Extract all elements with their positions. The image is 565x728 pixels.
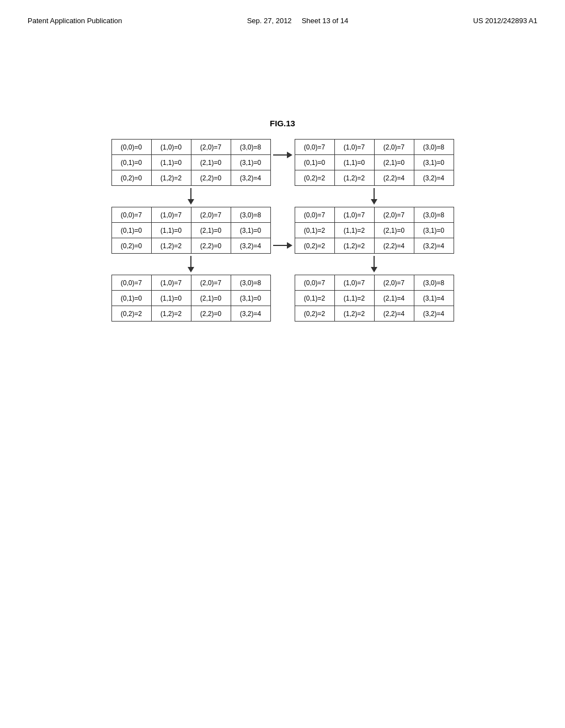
table-cell: (0,1)=0 bbox=[111, 223, 151, 238]
header-center-info: Sep. 27, 2012 Sheet 13 of 14 bbox=[247, 17, 349, 25]
v-arrow-head-1 bbox=[188, 199, 194, 205]
arrow-line bbox=[273, 154, 287, 156]
table-cell: (2,0)=7 bbox=[374, 207, 414, 223]
table-cell: (3,1)=4 bbox=[414, 291, 454, 306]
table-cell: (1,0)=7 bbox=[334, 275, 374, 291]
table-cell: (1,1)=0 bbox=[334, 155, 374, 170]
table-cell: (3,0)=8 bbox=[231, 207, 270, 223]
table-cell: (0,0)=7 bbox=[295, 140, 334, 155]
table-cell: (3,0)=8 bbox=[414, 207, 454, 223]
v-arrow-head-4 bbox=[371, 267, 377, 272]
table-cell: (2,2)=4 bbox=[374, 306, 414, 322]
table-cell: (0,1)=2 bbox=[295, 223, 334, 238]
v-arrow-3 bbox=[371, 186, 377, 207]
arrow-head bbox=[287, 152, 292, 158]
v-arrow-4 bbox=[371, 254, 377, 275]
table-cell: (3,2)=4 bbox=[231, 306, 270, 322]
table-cell: (0,2)=0 bbox=[111, 170, 151, 186]
grid-bot-left: (0,0)=7(1,0)=7(2,0)=7(3,0)=8(0,1)=0(1,1)… bbox=[111, 275, 271, 322]
table-cell: (1,0)=7 bbox=[334, 140, 374, 155]
table-cell: (1,2)=2 bbox=[334, 306, 374, 322]
figure-label: FIG.13 bbox=[28, 119, 537, 128]
h-arrow bbox=[273, 147, 292, 163]
table-cell: (1,0)=7 bbox=[151, 275, 191, 291]
table-cell: (3,0)=8 bbox=[231, 275, 270, 291]
left-column: (0,0)=0(1,0)=0(2,0)=7(3,0)=8(0,1)=0(1,1)… bbox=[111, 139, 271, 322]
table-cell: (2,0)=7 bbox=[374, 140, 414, 155]
table-cell: (3,0)=8 bbox=[231, 140, 270, 155]
table-cell: (3,0)=8 bbox=[414, 140, 454, 155]
table-cell: (1,2)=2 bbox=[151, 170, 191, 186]
header-date: Sep. 27, 2012 bbox=[247, 17, 292, 25]
table-cell: (0,0)=7 bbox=[295, 275, 334, 291]
grid-bot-right: (0,0)=7(1,0)=7(2,0)=7(3,0)=8(0,1)=2(1,1)… bbox=[295, 275, 454, 322]
page: Patent Application Publication Sep. 27, … bbox=[0, 0, 565, 728]
table-cell: (3,2)=4 bbox=[231, 238, 270, 254]
table-cell: (1,0)=7 bbox=[334, 207, 374, 223]
table-cell: (1,2)=2 bbox=[151, 306, 191, 322]
table-cell: (1,0)=0 bbox=[151, 140, 191, 155]
v-arrow-head-2 bbox=[188, 267, 194, 272]
table-cell: (2,1)=0 bbox=[374, 223, 414, 238]
right-column: (0,0)=7(1,0)=7(2,0)=7(3,0)=8(0,1)=0(1,1)… bbox=[295, 139, 454, 322]
table-cell: (3,2)=4 bbox=[231, 170, 270, 186]
table-cell: (3,1)=0 bbox=[414, 155, 454, 170]
table-cell: (3,1)=0 bbox=[231, 291, 270, 306]
table-cell: (3,2)=4 bbox=[414, 238, 454, 254]
table-cell: (0,2)=2 bbox=[295, 306, 334, 322]
main-layout: (0,0)=0(1,0)=0(2,0)=7(3,0)=8(0,1)=0(1,1)… bbox=[111, 139, 454, 322]
grid-top-right: (0,0)=7(1,0)=7(2,0)=7(3,0)=8(0,1)=0(1,1)… bbox=[295, 139, 454, 186]
v-arrow-2 bbox=[188, 254, 194, 275]
v-arrow-head-3 bbox=[371, 199, 377, 205]
table-cell: (3,1)=0 bbox=[231, 223, 270, 238]
table-cell: (0,0)=7 bbox=[295, 207, 334, 223]
table-cell: (2,2)=0 bbox=[191, 306, 231, 322]
table-cell: (1,1)=0 bbox=[151, 223, 191, 238]
v-arrow-line-1 bbox=[190, 188, 191, 199]
table-cell: (2,2)=4 bbox=[374, 238, 414, 254]
table-cell: (0,2)=0 bbox=[111, 238, 151, 254]
table-cell: (1,2)=2 bbox=[334, 170, 374, 186]
table-cell: (0,1)=0 bbox=[111, 291, 151, 306]
table-cell: (0,0)=7 bbox=[111, 207, 151, 223]
table-cell: (0,2)=2 bbox=[295, 238, 334, 254]
table-cell: (2,1)=0 bbox=[191, 291, 231, 306]
diagram-area: (0,0)=0(1,0)=0(2,0)=7(3,0)=8(0,1)=0(1,1)… bbox=[28, 139, 537, 322]
v-arrow-line-2 bbox=[190, 256, 191, 267]
table-cell: (2,1)=0 bbox=[374, 155, 414, 170]
table-cell: (1,1)=0 bbox=[151, 291, 191, 306]
table-cell: (2,2)=0 bbox=[191, 170, 231, 186]
table-cell: (1,1)=2 bbox=[334, 291, 374, 306]
grid-top-left: (0,0)=0(1,0)=0(2,0)=7(3,0)=8(0,1)=0(1,1)… bbox=[111, 139, 271, 186]
header-sheet: Sheet 13 of 14 bbox=[302, 17, 349, 25]
table-cell: (1,2)=2 bbox=[334, 238, 374, 254]
table-cell: (2,0)=7 bbox=[191, 275, 231, 291]
table-cell: (0,1)=2 bbox=[295, 291, 334, 306]
page-header: Patent Application Publication Sep. 27, … bbox=[28, 17, 537, 25]
table-cell: (0,1)=0 bbox=[111, 155, 151, 170]
arrow-line-2 bbox=[273, 245, 287, 246]
table-cell: (0,0)=0 bbox=[111, 140, 151, 155]
header-patent-number: US 2012/242893 A1 bbox=[473, 17, 537, 25]
v-arrow-line-3 bbox=[374, 188, 375, 199]
table-cell: (2,0)=7 bbox=[191, 207, 231, 223]
v-arrow-line-4 bbox=[374, 256, 375, 267]
table-cell: (3,2)=4 bbox=[414, 306, 454, 322]
table-cell: (3,1)=0 bbox=[414, 223, 454, 238]
grid-mid-left: (0,0)=7(1,0)=7(2,0)=7(3,0)=8(0,1)=0(1,1)… bbox=[111, 207, 271, 254]
table-cell: (1,2)=2 bbox=[151, 238, 191, 254]
table-cell: (3,1)=0 bbox=[231, 155, 270, 170]
table-cell: (2,1)=0 bbox=[191, 223, 231, 238]
table-cell: (2,2)=0 bbox=[191, 238, 231, 254]
table-cell: (1,0)=7 bbox=[151, 207, 191, 223]
table-cell: (2,0)=7 bbox=[374, 275, 414, 291]
table-cell: (2,2)=4 bbox=[374, 170, 414, 186]
arrow-head-2 bbox=[287, 242, 292, 249]
table-cell: (0,1)=0 bbox=[295, 155, 334, 170]
header-publication-label: Patent Application Publication bbox=[28, 17, 122, 25]
v-arrow-1 bbox=[188, 186, 194, 207]
table-cell: (3,0)=8 bbox=[414, 275, 454, 291]
grid-mid-right: (0,0)=7(1,0)=7(2,0)=7(3,0)=8(0,1)=2(1,1)… bbox=[295, 207, 454, 254]
table-cell: (1,1)=2 bbox=[334, 223, 374, 238]
table-cell: (2,0)=7 bbox=[191, 140, 231, 155]
